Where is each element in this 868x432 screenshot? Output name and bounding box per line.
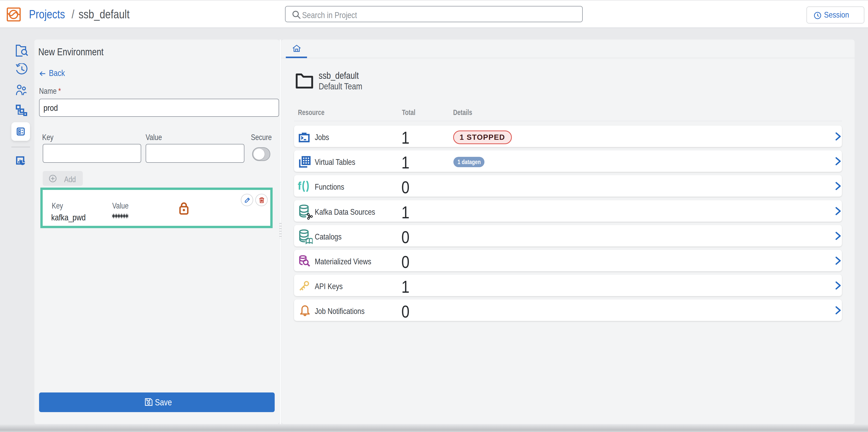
svg-text:f: f: [298, 181, 302, 192]
